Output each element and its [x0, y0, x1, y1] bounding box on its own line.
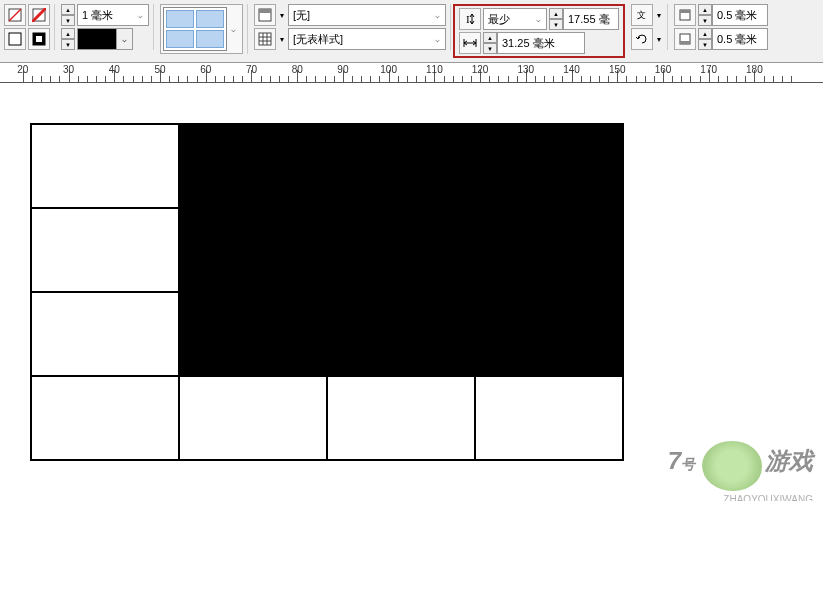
cell-inset-group: ▲ ▼ ▲ ▼ — [670, 4, 772, 50]
row-height-mode-select[interactable]: 最少 ⌵ — [483, 8, 547, 30]
ruler-label: 140 — [563, 64, 580, 75]
col-width-input[interactable] — [497, 32, 585, 54]
stroke-weight-value: 1 毫米 — [78, 8, 132, 23]
stepper-up-icon[interactable]: ▲ — [698, 28, 712, 39]
inset-bottom-stepper[interactable]: ▲ ▼ — [698, 28, 768, 50]
ruler-label: 150 — [609, 64, 626, 75]
rotate-text-icon[interactable] — [631, 28, 653, 50]
inset-top-stepper[interactable]: ▲ ▼ — [698, 4, 768, 26]
table-cell[interactable] — [31, 124, 179, 208]
stepper-down-icon[interactable]: ▼ — [698, 39, 712, 50]
cell-style-value: [无] — [289, 8, 429, 23]
svg-rect-21 — [680, 10, 690, 13]
ruler-label: 120 — [472, 64, 489, 75]
inset-bottom-input[interactable] — [712, 28, 768, 50]
watermark-sub: ZHAOYOUXIWANG — [723, 494, 813, 501]
stepper-down-icon[interactable]: ▼ — [483, 43, 497, 54]
svg-rect-9 — [259, 33, 271, 45]
table-cell[interactable] — [179, 292, 327, 376]
chevron-down-icon: ▾ — [278, 35, 286, 44]
cell-style-icon[interactable] — [254, 4, 276, 26]
writing-mode-icon[interactable]: 文 — [631, 4, 653, 26]
chevron-down-icon: ⌵ — [116, 29, 132, 49]
ruler-label: 170 — [700, 64, 717, 75]
row-height-icon[interactable]: I — [459, 8, 481, 30]
inset-top-icon[interactable] — [674, 4, 696, 26]
fill-stroke-group — [0, 4, 55, 50]
ruler-label: 130 — [517, 64, 534, 75]
watermark-num: 7 — [668, 447, 681, 474]
col-width-icon[interactable] — [459, 32, 481, 54]
document-table[interactable] — [30, 123, 624, 461]
svg-rect-6 — [36, 36, 42, 42]
table-cell[interactable] — [475, 208, 623, 292]
ruler-label: 50 — [154, 64, 165, 75]
cell-dimensions-group-highlighted: I 最少 ⌵ ▲ ▼ ▲ ▼ — [453, 4, 625, 58]
chevron-down-icon: ⌵ — [132, 11, 148, 20]
table-cell[interactable] — [475, 376, 623, 460]
document-canvas[interactable]: 7号 游戏 ZHAOYOUXIWANG — [0, 83, 823, 501]
table-cell[interactable] — [179, 208, 327, 292]
apply-fill-icon[interactable] — [28, 28, 50, 50]
col-width-stepper[interactable]: ▲ ▼ — [483, 32, 585, 54]
stepper-down-icon[interactable]: ▼ — [698, 15, 712, 26]
ruler-label: 70 — [246, 64, 257, 75]
stroke-weight-select[interactable]: 1 毫米 ⌵ — [77, 4, 149, 26]
ruler-label: 80 — [292, 64, 303, 75]
table-preview-button[interactable]: ⌵ — [160, 4, 243, 54]
top-toolbar: ▲ ▼ 1 毫米 ⌵ ▲ ▼ ⌵ — [0, 0, 823, 63]
stepper-up-icon[interactable]: ▲ — [483, 32, 497, 43]
stroke-weight-stepper[interactable]: ▲ ▼ — [61, 4, 75, 26]
table-style-icon[interactable] — [254, 28, 276, 50]
chevron-down-icon: ▾ — [655, 35, 663, 44]
stepper-down-icon[interactable]: ▼ — [61, 39, 75, 50]
table-row — [31, 292, 623, 376]
watermark-brand: 游戏 — [765, 447, 813, 474]
table-cell[interactable] — [327, 124, 475, 208]
chevron-down-icon: ⌵ — [429, 11, 445, 20]
table-cell[interactable] — [179, 124, 327, 208]
stroke-type-stepper[interactable]: ▲ ▼ — [61, 28, 75, 50]
cell-style-select[interactable]: [无] ⌵ — [288, 4, 446, 26]
watermark-suffix: 号 — [681, 456, 695, 472]
svg-rect-4 — [9, 33, 21, 45]
table-cell[interactable] — [475, 292, 623, 376]
ruler-label: 110 — [426, 64, 443, 75]
ruler-label: 100 — [380, 64, 397, 75]
stepper-down-icon[interactable]: ▼ — [549, 19, 563, 30]
stepper-up-icon[interactable]: ▲ — [61, 4, 75, 15]
stepper-up-icon[interactable]: ▲ — [61, 28, 75, 39]
table-preview-group: ⌵ — [156, 4, 248, 54]
chevron-down-icon: ▾ — [278, 11, 286, 20]
table-cell[interactable] — [179, 376, 327, 460]
table-cell[interactable] — [31, 292, 179, 376]
horizontal-ruler[interactable]: 2030405060708090100110120130140150160170… — [0, 63, 823, 83]
table-cell[interactable] — [327, 376, 475, 460]
text-frame-group: 文 ▾ ▾ — [627, 4, 668, 50]
inset-top-input[interactable] — [712, 4, 768, 26]
ruler-label: 180 — [746, 64, 763, 75]
chevron-down-icon: ⌵ — [429, 35, 445, 44]
ruler-label: 30 — [63, 64, 74, 75]
table-cell[interactable] — [327, 292, 475, 376]
stepper-up-icon[interactable]: ▲ — [698, 4, 712, 15]
table-style-value: [无表样式] — [289, 32, 429, 47]
table-style-select[interactable]: [无表样式] ⌵ — [288, 28, 446, 50]
chevron-down-icon: ⌵ — [227, 25, 240, 34]
table-cell[interactable] — [31, 376, 179, 460]
row-height-stepper[interactable]: ▲ ▼ — [549, 8, 619, 30]
chevron-down-icon: ▾ — [655, 11, 663, 20]
stroke-weight-group: ▲ ▼ 1 毫米 ⌵ ▲ ▼ ⌵ — [57, 4, 154, 50]
row-height-input[interactable] — [563, 8, 619, 30]
no-fill-icon[interactable] — [4, 4, 26, 26]
stepper-down-icon[interactable]: ▼ — [61, 15, 75, 26]
table-cell[interactable] — [31, 208, 179, 292]
stroke-color-swatch[interactable]: ⌵ — [77, 28, 133, 50]
table-cell[interactable] — [327, 208, 475, 292]
watermark-logo: 7号 游戏 ZHAOYOUXIWANG — [668, 441, 813, 491]
table-cell[interactable] — [475, 124, 623, 208]
apply-stroke-icon[interactable] — [4, 28, 26, 50]
inset-bottom-icon[interactable] — [674, 28, 696, 50]
stroke-red-diagonal-icon[interactable] — [28, 4, 50, 26]
stepper-up-icon[interactable]: ▲ — [549, 8, 563, 19]
